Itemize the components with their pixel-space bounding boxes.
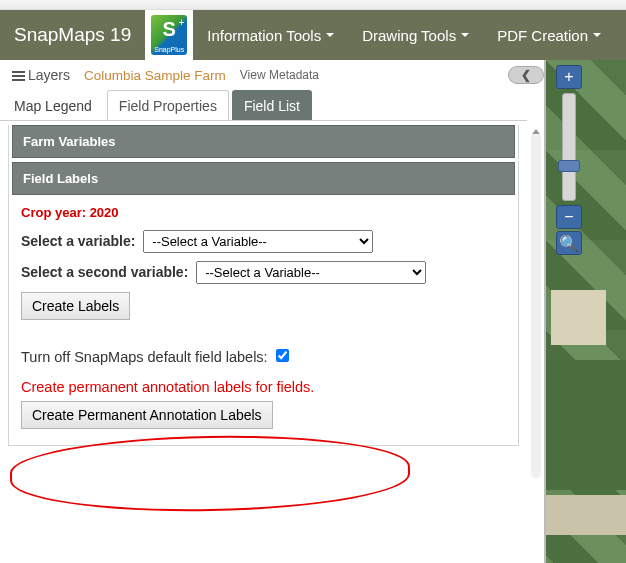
view-metadata-link[interactable]: View Metadata xyxy=(240,68,319,82)
select-variable-2[interactable]: --Select a Variable-- xyxy=(196,261,426,284)
search-icon: 🔍 xyxy=(559,234,579,253)
annotation-note: Create permanent annotation labels for f… xyxy=(21,379,506,395)
nav-pdf-creation[interactable]: PDF Creation xyxy=(483,10,615,60)
toggle-default-labels-checkbox[interactable] xyxy=(276,349,289,362)
layers-icon xyxy=(12,71,25,82)
field-labels-body: Crop year: 2020 Select a variable: --Sel… xyxy=(9,195,518,433)
accordion-field-labels[interactable]: Field Labels xyxy=(12,162,515,195)
properties-panel: Farm Variables Field Labels Crop year: 2… xyxy=(0,120,527,454)
logo-wrap: S + SnapPlus xyxy=(145,10,193,60)
select-variable-1[interactable]: --Select a Variable-- xyxy=(143,230,373,253)
collapse-panel-button[interactable]: ❮ xyxy=(508,66,544,84)
panel-tabs: Map Legend Field Properties Field List xyxy=(0,90,626,121)
zoom-slider-thumb[interactable] xyxy=(558,160,580,172)
map-canvas[interactable]: + − 🔍 xyxy=(544,60,626,563)
zoom-slider-track[interactable] xyxy=(562,93,576,201)
select-variable-2-label: Select a second variable: xyxy=(21,264,188,280)
brand-title: SnapMaps 19 xyxy=(0,10,145,60)
snapplus-logo: S + SnapPlus xyxy=(151,15,187,55)
map-search-button[interactable]: 🔍 xyxy=(556,231,582,255)
sub-toolbar: Layers Columbia Sample Farm View Metadat… xyxy=(0,60,626,90)
caret-down-icon xyxy=(326,33,334,37)
tab-map-legend[interactable]: Map Legend xyxy=(2,90,104,121)
accordion-farm-variables[interactable]: Farm Variables xyxy=(12,125,515,158)
tab-field-properties[interactable]: Field Properties xyxy=(107,90,229,121)
toggle-default-labels-row: Turn off SnapMaps default field labels: xyxy=(21,346,506,365)
caret-down-icon xyxy=(461,33,469,37)
layers-toggle[interactable]: Layers xyxy=(12,67,70,83)
select-variable-1-label: Select a variable: xyxy=(21,233,135,249)
tab-field-list[interactable]: Field List xyxy=(232,90,312,121)
nav-drawing-tools[interactable]: Drawing Tools xyxy=(348,10,483,60)
zoom-out-button[interactable]: − xyxy=(556,205,582,229)
nav-information-tools[interactable]: Information Tools xyxy=(193,10,348,60)
caret-down-icon xyxy=(593,33,601,37)
create-labels-button[interactable]: Create Labels xyxy=(21,292,130,320)
map-zoom-controls: + − 🔍 xyxy=(556,65,582,255)
crop-year-label: Crop year: 2020 xyxy=(21,205,506,220)
farm-name-link[interactable]: Columbia Sample Farm xyxy=(84,68,226,83)
zoom-in-button[interactable]: + xyxy=(556,65,582,89)
top-navbar: SnapMaps 19 S + SnapPlus Information Too… xyxy=(0,10,626,60)
create-permanent-annotation-button[interactable]: Create Permanent Annotation Labels xyxy=(21,401,273,429)
panel-scrollbar[interactable] xyxy=(531,133,541,478)
